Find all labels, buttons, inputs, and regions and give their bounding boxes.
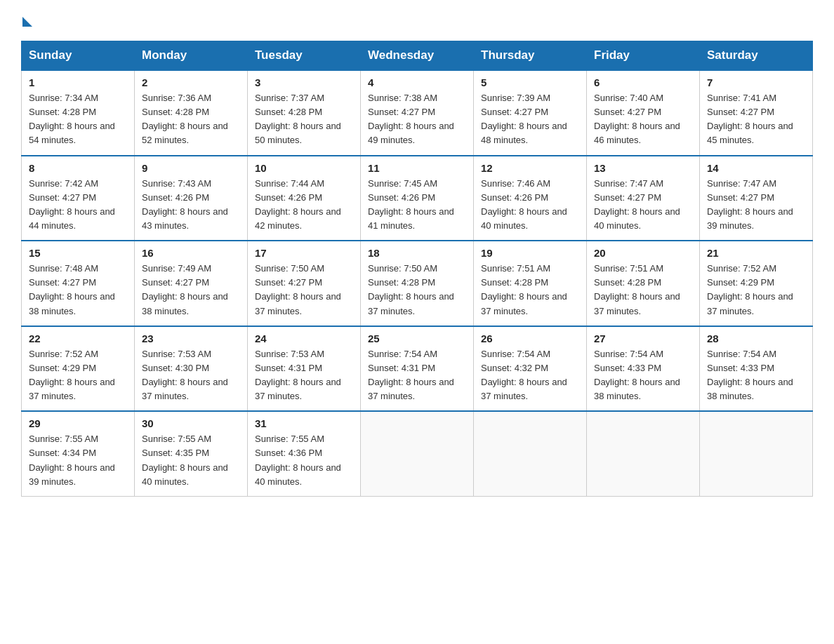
day-number: 27 xyxy=(594,333,692,344)
day-of-week-header: Tuesday xyxy=(248,41,361,71)
day-info: Sunrise: 7:50 AM Sunset: 4:28 PM Dayligh… xyxy=(368,262,466,318)
calendar-day-cell: 19 Sunrise: 7:51 AM Sunset: 4:28 PM Dayl… xyxy=(474,241,587,326)
logo-arrow-icon xyxy=(22,17,32,27)
day-info: Sunrise: 7:47 AM Sunset: 4:27 PM Dayligh… xyxy=(707,177,805,234)
day-number: 22 xyxy=(29,333,127,344)
day-of-week-header: Thursday xyxy=(474,41,587,71)
day-number: 6 xyxy=(594,76,692,88)
day-number: 28 xyxy=(707,333,805,344)
day-number: 1 xyxy=(29,76,127,88)
calendar-day-cell: 25 Sunrise: 7:54 AM Sunset: 4:31 PM Dayl… xyxy=(361,326,474,412)
calendar-day-cell: 17 Sunrise: 7:50 AM Sunset: 4:27 PM Dayl… xyxy=(248,241,361,326)
day-number: 19 xyxy=(481,247,579,259)
day-number: 2 xyxy=(142,76,240,88)
day-info: Sunrise: 7:52 AM Sunset: 4:29 PM Dayligh… xyxy=(707,262,805,318)
calendar-day-cell: 5 Sunrise: 7:39 AM Sunset: 4:27 PM Dayli… xyxy=(474,70,587,156)
day-info: Sunrise: 7:34 AM Sunset: 4:28 PM Dayligh… xyxy=(29,91,127,148)
day-number: 9 xyxy=(142,162,240,174)
calendar-day-cell: 14 Sunrise: 7:47 AM Sunset: 4:27 PM Dayl… xyxy=(700,156,813,241)
day-info: Sunrise: 7:54 AM Sunset: 4:33 PM Dayligh… xyxy=(594,347,692,404)
calendar-day-cell: 2 Sunrise: 7:36 AM Sunset: 4:28 PM Dayli… xyxy=(135,70,248,156)
calendar-day-cell: 10 Sunrise: 7:44 AM Sunset: 4:26 PM Dayl… xyxy=(248,156,361,241)
calendar-week-row: 15 Sunrise: 7:48 AM Sunset: 4:27 PM Dayl… xyxy=(22,241,813,326)
day-number: 12 xyxy=(481,162,579,174)
calendar-week-row: 1 Sunrise: 7:34 AM Sunset: 4:28 PM Dayli… xyxy=(22,70,813,156)
day-info: Sunrise: 7:55 AM Sunset: 4:34 PM Dayligh… xyxy=(29,432,127,489)
calendar-day-cell xyxy=(474,411,587,496)
calendar-day-cell: 3 Sunrise: 7:37 AM Sunset: 4:28 PM Dayli… xyxy=(248,70,361,156)
calendar-day-cell xyxy=(361,411,474,496)
day-info: Sunrise: 7:54 AM Sunset: 4:33 PM Dayligh… xyxy=(707,347,805,404)
calendar-day-cell: 16 Sunrise: 7:49 AM Sunset: 4:27 PM Dayl… xyxy=(135,241,248,326)
day-number: 23 xyxy=(142,333,240,344)
calendar-header-row: SundayMondayTuesdayWednesdayThursdayFrid… xyxy=(22,41,813,71)
day-info: Sunrise: 7:50 AM Sunset: 4:27 PM Dayligh… xyxy=(255,262,353,318)
calendar-day-cell: 31 Sunrise: 7:55 AM Sunset: 4:36 PM Dayl… xyxy=(248,411,361,496)
day-number: 8 xyxy=(29,162,127,174)
day-of-week-header: Sunday xyxy=(22,41,135,71)
day-number: 31 xyxy=(255,417,353,429)
day-number: 5 xyxy=(481,76,579,88)
day-info: Sunrise: 7:53 AM Sunset: 4:30 PM Dayligh… xyxy=(142,347,240,404)
day-info: Sunrise: 7:41 AM Sunset: 4:27 PM Dayligh… xyxy=(707,91,805,148)
calendar-day-cell: 1 Sunrise: 7:34 AM Sunset: 4:28 PM Dayli… xyxy=(22,70,135,156)
day-info: Sunrise: 7:54 AM Sunset: 4:31 PM Dayligh… xyxy=(368,347,466,404)
calendar-day-cell: 4 Sunrise: 7:38 AM Sunset: 4:27 PM Dayli… xyxy=(361,70,474,156)
day-info: Sunrise: 7:42 AM Sunset: 4:27 PM Dayligh… xyxy=(29,177,127,234)
day-of-week-header: Monday xyxy=(135,41,248,71)
day-number: 3 xyxy=(255,76,353,88)
day-number: 14 xyxy=(707,162,805,174)
day-info: Sunrise: 7:48 AM Sunset: 4:27 PM Dayligh… xyxy=(29,262,127,318)
calendar-week-row: 22 Sunrise: 7:52 AM Sunset: 4:29 PM Dayl… xyxy=(22,326,813,412)
day-info: Sunrise: 7:52 AM Sunset: 4:29 PM Dayligh… xyxy=(29,347,127,404)
day-number: 15 xyxy=(29,247,127,259)
calendar-day-cell xyxy=(587,411,700,496)
day-of-week-header: Saturday xyxy=(700,41,813,71)
calendar-day-cell: 9 Sunrise: 7:43 AM Sunset: 4:26 PM Dayli… xyxy=(135,156,248,241)
calendar-day-cell: 27 Sunrise: 7:54 AM Sunset: 4:33 PM Dayl… xyxy=(587,326,700,412)
calendar-day-cell: 7 Sunrise: 7:41 AM Sunset: 4:27 PM Dayli… xyxy=(700,70,813,156)
calendar-week-row: 29 Sunrise: 7:55 AM Sunset: 4:34 PM Dayl… xyxy=(22,411,813,496)
day-number: 30 xyxy=(142,417,240,429)
day-number: 26 xyxy=(481,333,579,344)
calendar-day-cell: 30 Sunrise: 7:55 AM Sunset: 4:35 PM Dayl… xyxy=(135,411,248,496)
day-info: Sunrise: 7:45 AM Sunset: 4:26 PM Dayligh… xyxy=(368,177,466,234)
day-info: Sunrise: 7:37 AM Sunset: 4:28 PM Dayligh… xyxy=(255,91,353,148)
page-header xyxy=(21,14,813,27)
day-info: Sunrise: 7:36 AM Sunset: 4:28 PM Dayligh… xyxy=(142,91,240,148)
calendar-day-cell: 12 Sunrise: 7:46 AM Sunset: 4:26 PM Dayl… xyxy=(474,156,587,241)
day-number: 17 xyxy=(255,247,353,259)
calendar-day-cell: 29 Sunrise: 7:55 AM Sunset: 4:34 PM Dayl… xyxy=(22,411,135,496)
day-info: Sunrise: 7:51 AM Sunset: 4:28 PM Dayligh… xyxy=(594,262,692,318)
calendar-body: 1 Sunrise: 7:34 AM Sunset: 4:28 PM Dayli… xyxy=(22,70,813,496)
day-info: Sunrise: 7:47 AM Sunset: 4:27 PM Dayligh… xyxy=(594,177,692,234)
day-number: 20 xyxy=(594,247,692,259)
calendar-day-cell: 11 Sunrise: 7:45 AM Sunset: 4:26 PM Dayl… xyxy=(361,156,474,241)
day-of-week-header: Wednesday xyxy=(361,41,474,71)
calendar-day-cell: 22 Sunrise: 7:52 AM Sunset: 4:29 PM Dayl… xyxy=(22,326,135,412)
day-info: Sunrise: 7:44 AM Sunset: 4:26 PM Dayligh… xyxy=(255,177,353,234)
day-number: 21 xyxy=(707,247,805,259)
day-number: 16 xyxy=(142,247,240,259)
calendar-day-cell: 21 Sunrise: 7:52 AM Sunset: 4:29 PM Dayl… xyxy=(700,241,813,326)
day-number: 11 xyxy=(368,162,466,174)
calendar-day-cell xyxy=(700,411,813,496)
day-info: Sunrise: 7:55 AM Sunset: 4:36 PM Dayligh… xyxy=(255,432,353,489)
day-info: Sunrise: 7:49 AM Sunset: 4:27 PM Dayligh… xyxy=(142,262,240,318)
day-info: Sunrise: 7:43 AM Sunset: 4:26 PM Dayligh… xyxy=(142,177,240,234)
day-info: Sunrise: 7:39 AM Sunset: 4:27 PM Dayligh… xyxy=(481,91,579,148)
calendar-day-cell: 26 Sunrise: 7:54 AM Sunset: 4:32 PM Dayl… xyxy=(474,326,587,412)
day-number: 25 xyxy=(368,333,466,344)
day-number: 4 xyxy=(368,76,466,88)
calendar-day-cell: 8 Sunrise: 7:42 AM Sunset: 4:27 PM Dayli… xyxy=(22,156,135,241)
day-info: Sunrise: 7:51 AM Sunset: 4:28 PM Dayligh… xyxy=(481,262,579,318)
calendar-day-cell: 18 Sunrise: 7:50 AM Sunset: 4:28 PM Dayl… xyxy=(361,241,474,326)
calendar-day-cell: 20 Sunrise: 7:51 AM Sunset: 4:28 PM Dayl… xyxy=(587,241,700,326)
calendar-day-cell: 28 Sunrise: 7:54 AM Sunset: 4:33 PM Dayl… xyxy=(700,326,813,412)
calendar-table: SundayMondayTuesdayWednesdayThursdayFrid… xyxy=(21,41,813,497)
calendar-day-cell: 24 Sunrise: 7:53 AM Sunset: 4:31 PM Dayl… xyxy=(248,326,361,412)
calendar-week-row: 8 Sunrise: 7:42 AM Sunset: 4:27 PM Dayli… xyxy=(22,156,813,241)
calendar-day-cell: 13 Sunrise: 7:47 AM Sunset: 4:27 PM Dayl… xyxy=(587,156,700,241)
day-number: 29 xyxy=(29,417,127,429)
day-info: Sunrise: 7:53 AM Sunset: 4:31 PM Dayligh… xyxy=(255,347,353,404)
